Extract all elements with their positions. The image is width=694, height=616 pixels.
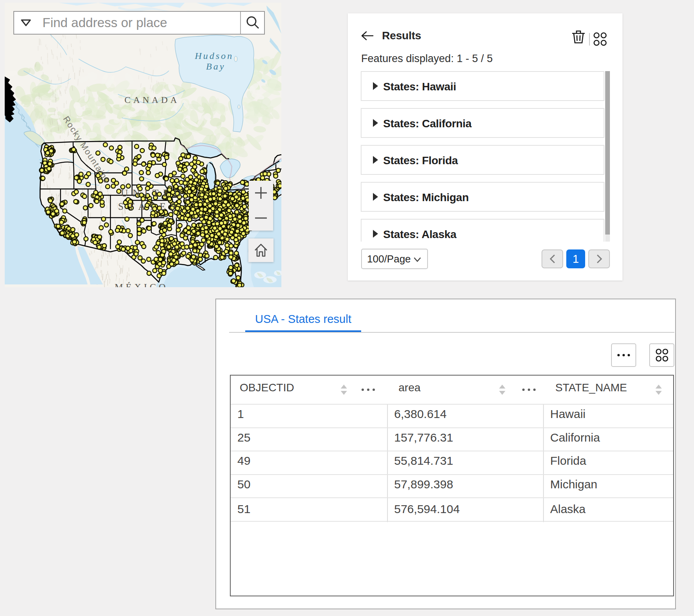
- svg-text:MÉXICO: MÉXICO: [115, 282, 169, 287]
- svg-text:CANADA: CANADA: [125, 95, 180, 105]
- svg-text:STATES: STATES: [118, 201, 181, 212]
- svg-text:UNITED: UNITED: [121, 188, 185, 198]
- svg-text:Hudson: Hudson: [195, 51, 234, 61]
- svg-text:Bay: Bay: [206, 61, 225, 72]
